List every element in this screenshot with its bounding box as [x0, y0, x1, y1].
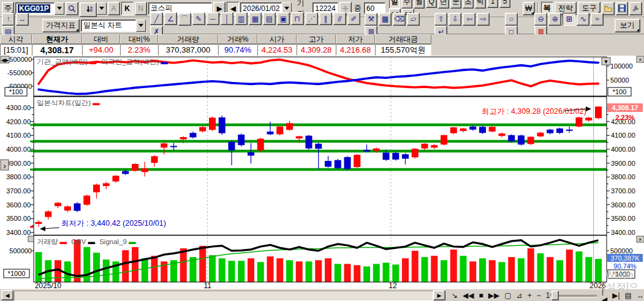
box-grid-icon[interactable]: ▣ — [277, 12, 290, 25]
timeframe-5-button[interactable]: 5 — [499, 0, 510, 8]
triple-line-icon[interactable]: ⫻ — [333, 12, 346, 25]
expand-axis-button[interactable]: › — [1, 160, 9, 171]
timeframe-주-button[interactable]: 주 — [401, 0, 412, 9]
angle-line-icon[interactable]: ∠ — [164, 12, 177, 25]
trendline-icon[interactable]: ╱ — [150, 12, 163, 25]
zoom-out-button[interactable]: − — [537, 291, 541, 300]
search-icon[interactable] — [66, 2, 78, 15]
timeframe-년-button[interactable]: 년 — [438, 0, 449, 9]
arrow-down-icon[interactable]: ⇩ — [449, 13, 461, 26]
view-button[interactable]: 보기 — [615, 19, 640, 32]
info-header: 고가 — [297, 34, 336, 44]
panel-pan-button[interactable]: ◀▶ — [1, 56, 9, 63]
dotted-trend-icon[interactable]: ⋰ — [305, 12, 318, 25]
circle-tool-icon[interactable]: ○ — [505, 13, 518, 26]
timeframe-분-button[interactable]: 분 — [450, 0, 461, 9]
chart-h-scrollbar[interactable] — [14, 291, 433, 301]
timeframe-1-button[interactable]: 1 — [487, 0, 498, 8]
panel-edit-icon[interactable]: ▤ — [625, 291, 632, 300]
skip-end-icon[interactable]: ▶| — [612, 291, 619, 300]
font-a-button[interactable]: A — [108, 2, 120, 15]
vertical-line-icon[interactable]: │ — [221, 12, 233, 25]
info-value: [15:01] — [0, 44, 32, 56]
info-value: 4,224.53 — [257, 44, 297, 56]
chart-toolbar: ↑↔▤ 가격지표 일본식 차트 ╱∠⌒✎─│▥▦▤▣⊓⋰∥⫻✐✗ ⚒▩⌫▱⊠ ⇧… — [0, 17, 644, 34]
zoom-out-icon[interactable]: ⊖ — [534, 13, 547, 26]
fast-forward-icon[interactable]: ▶▶ — [488, 291, 499, 300]
horizontal-line-icon[interactable]: ─ — [206, 12, 219, 25]
dense-line-icon[interactable]: ▦ — [249, 12, 262, 25]
settings-wrench-icon[interactable] — [629, 2, 642, 15]
tail-controls: |◀▶|▤↔ — [599, 290, 644, 300]
multi-vertical-line-icon[interactable]: ▥ — [235, 12, 248, 25]
pan-icon[interactable]: ↔ — [637, 291, 644, 300]
timeframe-틱-button[interactable]: 틱 — [475, 0, 486, 9]
list-lookup-split-button[interactable] — [80, 2, 107, 15]
wave-expand-icon[interactable]: ≈ — [591, 13, 604, 26]
wave-compress-icon[interactable]: ∿ — [577, 13, 589, 26]
skip-start-icon[interactable]: |◀ — [602, 287, 607, 301]
zoom-in-button[interactable]: + — [528, 291, 532, 300]
stop-icon[interactable]: ■ — [479, 291, 483, 300]
chevron-down-icon[interactable] — [97, 2, 107, 15]
grid-line-icon[interactable]: ▤ — [263, 12, 276, 25]
tool-settings-icon[interactable]: ⚒ — [365, 13, 377, 26]
timeframe-월-button[interactable]: 월 — [414, 0, 425, 9]
frame-select-icon[interactable]: ▢ — [504, 291, 511, 300]
pen-line-icon[interactable]: ✎ — [192, 12, 205, 25]
scale-fit-icon[interactable]: ↔ — [16, 13, 29, 26]
close-volume-panel-icon[interactable]: ✕ — [637, 236, 644, 242]
kospi-k-button[interactable]: K — [121, 2, 134, 15]
chart-area[interactable]: -500000-550000-60000010000050000*100*100… — [0, 56, 644, 289]
arrow-up-icon[interactable]: ⇧ — [434, 13, 447, 26]
svg-text:500000: 500000 — [9, 247, 32, 255]
eraser-icon[interactable]: ⌫ — [393, 13, 406, 26]
scroll-left-button[interactable]: ◀ — [1, 290, 13, 300]
svg-text:*1000: *1000 — [613, 270, 631, 278]
svg-text:4300.00: 4300.00 — [6, 104, 31, 111]
price-indicator-button[interactable]: 가격지표 — [42, 19, 80, 32]
svg-text:500000: 500000 — [610, 247, 633, 255]
chart-type-combo[interactable]: 일본식 차트 — [81, 20, 146, 32]
panel-dropdown-button[interactable]: ▼ — [602, 58, 610, 65]
info-col-5: 거래%90.74% — [218, 34, 257, 56]
timeframe-Q-button[interactable]: Q — [426, 0, 437, 8]
svg-text:*100: *100 — [613, 88, 627, 95]
chart-canvas[interactable]: -500000-550000-60000010000050000*100*100… — [0, 56, 644, 289]
kosdaq-n-button[interactable]: N — [135, 2, 147, 15]
fan-line-icon[interactable]: ⌒ — [178, 13, 191, 26]
volume-splitter-handle[interactable] — [28, 236, 34, 242]
highlight-pen-icon[interactable]: ✐ — [347, 12, 360, 25]
channel-icon[interactable]: ⊓ — [291, 12, 304, 25]
info-header: 대비% — [120, 34, 158, 44]
save-icon[interactable] — [616, 2, 628, 15]
info-header: 거래대금 — [375, 34, 431, 44]
scroll-right-button[interactable]: ▶ — [433, 290, 445, 300]
info-header: 거래량 — [158, 34, 218, 44]
rewind-icon[interactable]: ◀◀ — [463, 291, 474, 300]
svg-text:4100.00: 4100.00 — [611, 132, 635, 139]
parallel-line-icon[interactable]: ∥ — [319, 12, 332, 25]
zoom-in-icon[interactable]: ⊕ — [548, 13, 561, 26]
zoom-fit-icon[interactable]: ⊞ — [563, 13, 575, 26]
arrow-right-icon[interactable]: ⇨ — [477, 13, 490, 26]
list-lookup-icon[interactable] — [80, 2, 97, 17]
scale-up-icon[interactable]: ↑ — [2, 13, 15, 26]
info-col-1: 현재가4,308.17 — [32, 34, 82, 56]
chevron-down-icon[interactable] — [55, 2, 64, 15]
arrow-left-icon[interactable]: ⇦ — [463, 13, 475, 26]
info-header: 시각 — [0, 34, 32, 44]
svg-text:▼: ▼ — [604, 59, 609, 65]
replay-step-icon[interactable]: ↘ — [452, 291, 458, 300]
timeframe-일-button[interactable]: 일 — [389, 0, 400, 9]
chevron-down-icon[interactable] — [136, 20, 146, 32]
palette-icon[interactable]: ▩ — [379, 13, 392, 26]
note-box-icon[interactable]: ▱ — [407, 13, 420, 26]
stock-chart-window: 주 KGG01P A K N 코스피 ▶ ◀ 2026/01/02 기간 122… — [0, 0, 644, 301]
speed-slider-thumb[interactable] — [551, 291, 559, 300]
info-value: 4,308.17 — [32, 44, 82, 56]
auto-analysis-icon[interactable]: ⊿ — [517, 291, 523, 300]
timeframe-초-button[interactable]: 초 — [463, 0, 474, 9]
svg-text:50000: 50000 — [610, 76, 629, 84]
close-top-panel-icon[interactable]: ✕ — [637, 56, 644, 62]
